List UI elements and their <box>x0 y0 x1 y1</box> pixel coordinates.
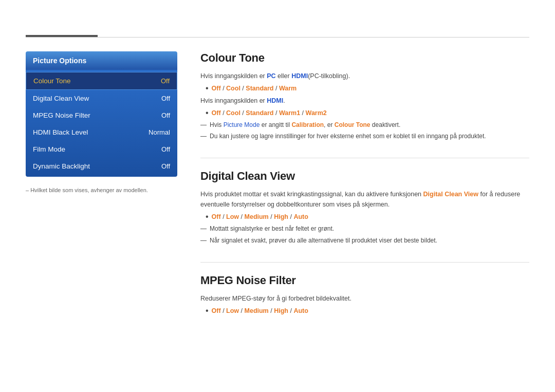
colour-tone-options-pc: Off / Cool / Standard / Warm <box>212 83 297 94</box>
colour-tone-options-hdmi: Off / Cool / Standard / Warm1 / Warm2 <box>212 108 327 118</box>
mpeg-noise-filter-bullets: • Off / Low / Medium / High / Auto <box>206 306 529 316</box>
colour-tone-note2: — Du kan justere og lagre innstillinger … <box>200 132 529 141</box>
divider-1 <box>200 158 529 158</box>
mpeg-noise-filter-bullet: • Off / Low / Medium / High / Auto <box>206 306 529 316</box>
bullet-dot-hdmi: • <box>206 108 209 118</box>
main-content: Colour Tone Hvis inngangskilden er PC el… <box>200 51 529 332</box>
digital-clean-view-note1: — Mottatt signalstyrke er best når felte… <box>200 224 529 234</box>
mpeg-noise-filter-title: MPEG Noise Filter <box>200 274 529 287</box>
sidebar-item-film-mode-value: Off <box>161 145 170 153</box>
bullet-dot-mpeg: • <box>206 306 209 315</box>
digital-clean-view-bullet: • Off / Low / Medium / High / Auto <box>206 212 529 222</box>
colour-tone-para2: Hvis inngangskilden er HDMI. <box>200 96 529 106</box>
sidebar-menu: Colour Tone Off Digital Clean View Off M… <box>26 70 177 177</box>
sidebar-item-dynamic-backlight[interactable]: Dynamic Backlight Off <box>26 158 177 175</box>
sidebar-item-colour-tone[interactable]: Colour Tone Off <box>26 72 177 90</box>
digital-clean-view-options: Off / Low / Medium / High / Auto <box>212 212 308 222</box>
sidebar-item-colour-tone-value: Off <box>161 77 170 85</box>
sidebar-item-digital-clean-view-label: Digital Clean View <box>33 95 89 102</box>
sidebar-title: Picture Options <box>26 51 177 70</box>
sidebar: Picture Options Colour Tone Off Digital … <box>26 51 177 195</box>
digital-clean-view-bullets: • Off / Low / Medium / High / Auto <box>206 212 529 222</box>
colour-tone-bullets-pc: • Off / Cool / Standard / Warm <box>206 83 529 94</box>
digital-clean-view-note2: — Når signalet et svakt, prøver du alle … <box>200 236 529 246</box>
sidebar-item-dynamic-backlight-value: Off <box>161 162 170 170</box>
mpeg-noise-filter-para1: Reduserer MPEG-støy for å gi forbedret b… <box>200 293 529 304</box>
top-rule <box>26 37 529 38</box>
sidebar-item-digital-clean-view-value: Off <box>161 95 170 102</box>
divider-2 <box>200 262 529 263</box>
colour-tone-bullets-hdmi: • Off / Cool / Standard / Warm1 / Warm2 <box>206 108 529 118</box>
colour-tone-para1: Hvis inngangskilden er PC eller HDMI(PC-… <box>200 71 529 81</box>
colour-tone-bullet-pc: • Off / Cool / Standard / Warm <box>206 83 529 94</box>
sidebar-item-mpeg-noise-filter[interactable]: MPEG Noise Filter Off <box>26 107 177 124</box>
section-digital-clean-view: Digital Clean View Hvis produktet mottar… <box>200 170 529 245</box>
sidebar-item-film-mode[interactable]: Film Mode Off <box>26 141 177 158</box>
section-mpeg-noise-filter: MPEG Noise Filter Reduserer MPEG-støy fo… <box>200 274 529 316</box>
digital-clean-view-body: Hvis produktet mottar et svakt kringkast… <box>200 189 529 245</box>
colour-tone-title: Colour Tone <box>200 51 529 65</box>
mpeg-noise-filter-options: Off / Low / Medium / High / Auto <box>212 306 308 316</box>
sidebar-item-hdmi-black-level-value: Normal <box>149 128 170 136</box>
sidebar-item-colour-tone-label: Colour Tone <box>33 77 71 85</box>
sidebar-item-mpeg-noise-filter-label: MPEG Noise Filter <box>33 111 90 119</box>
sidebar-item-hdmi-black-level-label: HDMI Black Level <box>33 128 88 136</box>
bullet-dot-dcv: • <box>206 212 209 221</box>
sidebar-item-film-mode-label: Film Mode <box>33 145 65 153</box>
section-colour-tone: Colour Tone Hvis inngangskilden er PC el… <box>200 51 529 141</box>
digital-clean-view-title: Digital Clean View <box>200 170 529 183</box>
mpeg-noise-filter-body: Reduserer MPEG-støy for å gi forbedret b… <box>200 293 529 316</box>
colour-tone-body: Hvis inngangskilden er PC eller HDMI(PC-… <box>200 71 529 141</box>
sidebar-item-digital-clean-view[interactable]: Digital Clean View Off <box>26 90 177 107</box>
digital-clean-view-para1: Hvis produktet mottar et svakt kringkast… <box>200 189 529 210</box>
colour-tone-bullet-hdmi: • Off / Cool / Standard / Warm1 / Warm2 <box>206 108 529 118</box>
colour-tone-note1: — Hvis Picture Mode er angitt til Calibr… <box>200 120 529 130</box>
bullet-dot-pc: • <box>206 83 209 93</box>
sidebar-item-dynamic-backlight-label: Dynamic Backlight <box>33 162 90 170</box>
sidebar-item-mpeg-noise-filter-value: Off <box>161 111 170 119</box>
sidebar-item-hdmi-black-level[interactable]: HDMI Black Level Normal <box>26 124 177 141</box>
sidebar-footer: – Hvilket bilde som vises, avhenger av m… <box>26 186 177 195</box>
